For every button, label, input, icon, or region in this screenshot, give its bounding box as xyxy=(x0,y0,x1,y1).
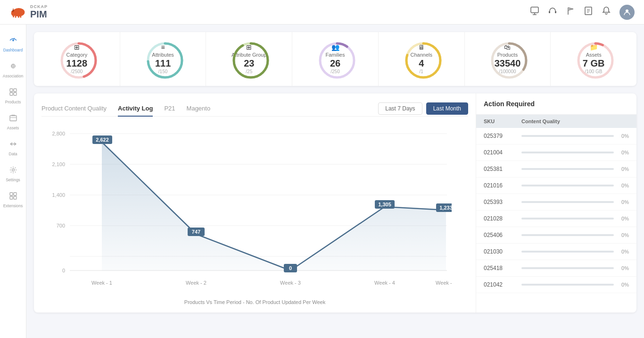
action-table-row: 021016 0% xyxy=(476,177,636,194)
svg-text:0: 0 xyxy=(62,268,65,273)
sidebar-item-products[interactable]: Products xyxy=(0,84,26,108)
quality-percent: 0% xyxy=(618,166,629,172)
flag-icon[interactable] xyxy=(566,6,575,18)
sku-value: 021030 xyxy=(484,248,521,255)
tab-magento[interactable]: Magento xyxy=(187,101,211,117)
stat-card-families: 👥 Families 26 /250 xyxy=(292,32,379,86)
stat-card-products: 🛍 Products 33540 /100000 xyxy=(465,32,551,86)
logo-text: DCKAP PIM xyxy=(30,5,48,20)
dashboard-panel: Product Content Quality Activity Log P21… xyxy=(34,93,636,313)
action-rows-container: 025379 0% 021004 0% 025381 0% 021016 xyxy=(476,128,636,293)
quality-bar: 0% xyxy=(521,150,629,155)
stat-circle-4: 🖥 Channels 4 /1 xyxy=(403,40,440,77)
filter-lastmonth-button[interactable]: Last Month xyxy=(426,102,468,115)
logo-area: DCKAP PIM xyxy=(9,5,48,20)
app-layout: Dashboard Association Products Assets Da… xyxy=(0,25,644,320)
bar-track xyxy=(521,168,614,170)
quality-percent: 0% xyxy=(618,265,629,271)
svg-text:2,800: 2,800 xyxy=(52,131,65,136)
svg-text:Week - 1: Week - 1 xyxy=(91,280,112,286)
sku-value: 021028 xyxy=(484,215,521,222)
svg-point-42 xyxy=(234,43,268,77)
association-icon xyxy=(9,62,17,72)
progress-svg-5 xyxy=(488,40,530,81)
sidebar-item-association[interactable]: Association xyxy=(0,58,26,82)
svg-marker-4 xyxy=(12,8,14,10)
action-table-row: 021028 0% xyxy=(476,211,636,227)
sidebar-item-dashboard[interactable]: Dashboard xyxy=(0,32,26,56)
tab-product-content-quality[interactable]: Product Content Quality xyxy=(41,101,107,117)
monitor-icon[interactable] xyxy=(530,6,539,18)
bar-track xyxy=(521,284,614,286)
data-icon xyxy=(9,140,17,150)
svg-text:1,400: 1,400 xyxy=(52,192,65,198)
svg-rect-36 xyxy=(14,196,17,199)
chart-title: Products Vs Time Period - No. Of Product… xyxy=(41,299,468,305)
quality-percent: 0% xyxy=(618,133,629,139)
svg-point-3 xyxy=(13,10,14,11)
quality-bar: 0% xyxy=(521,249,629,254)
svg-text:2,100: 2,100 xyxy=(52,161,65,167)
action-table-row: 025379 0% xyxy=(476,128,636,144)
sku-value: 021004 xyxy=(484,149,521,156)
stat-circle-0: ⊞ Category 1128 /2500 xyxy=(58,40,96,77)
sku-value: 025393 xyxy=(484,199,521,205)
bar-track xyxy=(521,185,614,186)
quality-bar: 0% xyxy=(521,265,629,271)
progress-svg-0 xyxy=(58,40,99,81)
progress-svg-2 xyxy=(230,40,272,81)
quality-bar: 0% xyxy=(521,232,629,238)
svg-text:1,233: 1,233 xyxy=(439,205,452,211)
svg-rect-27 xyxy=(10,93,13,95)
progress-svg-3 xyxy=(316,40,358,81)
bar-track xyxy=(521,218,614,220)
dashboard-icon xyxy=(9,36,17,46)
svg-rect-28 xyxy=(14,93,17,95)
stat-circle-3: 👥 Families 26 /250 xyxy=(316,40,354,77)
tab-activity-log[interactable]: Activity Log xyxy=(118,101,153,117)
headset-icon[interactable] xyxy=(548,6,557,18)
action-table-header: SKU Content Quality xyxy=(476,115,636,128)
quality-percent: 0% xyxy=(618,183,629,188)
quality-bar: 0% xyxy=(521,216,629,221)
quality-percent: 0% xyxy=(618,216,629,221)
action-table-row: 021004 0% xyxy=(476,144,636,161)
svg-rect-7 xyxy=(18,16,19,18)
svg-rect-29 xyxy=(10,116,17,121)
action-table-row: 025393 0% xyxy=(476,194,636,211)
svg-rect-26 xyxy=(14,89,17,92)
user-avatar[interactable] xyxy=(619,5,635,20)
stat-card-channels: 🖥 Channels 4 /1 xyxy=(379,32,465,86)
book-icon[interactable] xyxy=(584,6,593,18)
bell-icon[interactable] xyxy=(602,6,611,18)
svg-point-19 xyxy=(626,9,628,12)
filter-last7-button[interactable]: Last 7 Days xyxy=(378,102,422,115)
tab-p21[interactable]: P21 xyxy=(164,101,175,117)
quality-bar: 0% xyxy=(521,282,629,287)
stat-circle-2: ⊞ Attribute Group 23 /25 xyxy=(230,40,268,77)
bar-track xyxy=(521,201,614,203)
tab-filter-group: Last 7 Days Last Month xyxy=(378,102,468,115)
stat-card-attribute-group: ⊞ Attribute Group 23 /25 xyxy=(206,32,292,86)
sku-value: 025418 xyxy=(484,265,521,271)
svg-text:700: 700 xyxy=(57,223,65,228)
sku-value: 021042 xyxy=(484,281,521,288)
topnav-icons-group xyxy=(530,5,635,20)
sidebar-assets-label: Assets xyxy=(7,126,19,130)
action-required-section: Action Required SKU Content Quality 0253… xyxy=(476,93,636,313)
main-content: ⊞ Category 1128 /2500 ≡ Attributes 111 /… xyxy=(26,25,644,320)
sidebar-item-settings[interactable]: Settings xyxy=(0,162,26,186)
svg-text:1,305: 1,305 xyxy=(378,202,391,207)
svg-text:2,622: 2,622 xyxy=(96,137,109,143)
quality-percent: 0% xyxy=(618,199,629,205)
sidebar-item-extensions[interactable]: Extensions xyxy=(0,188,26,212)
extensions-icon xyxy=(9,192,17,202)
svg-rect-6 xyxy=(15,16,17,18)
svg-point-49 xyxy=(578,43,612,77)
assets-icon xyxy=(9,114,17,124)
svg-text:Week - 4: Week - 4 xyxy=(374,280,395,286)
sidebar-item-data[interactable]: Data xyxy=(0,136,26,160)
sku-value: 025406 xyxy=(484,232,521,238)
sidebar-item-assets[interactable]: Assets xyxy=(0,110,26,134)
action-table-row: 025406 0% xyxy=(476,227,636,244)
